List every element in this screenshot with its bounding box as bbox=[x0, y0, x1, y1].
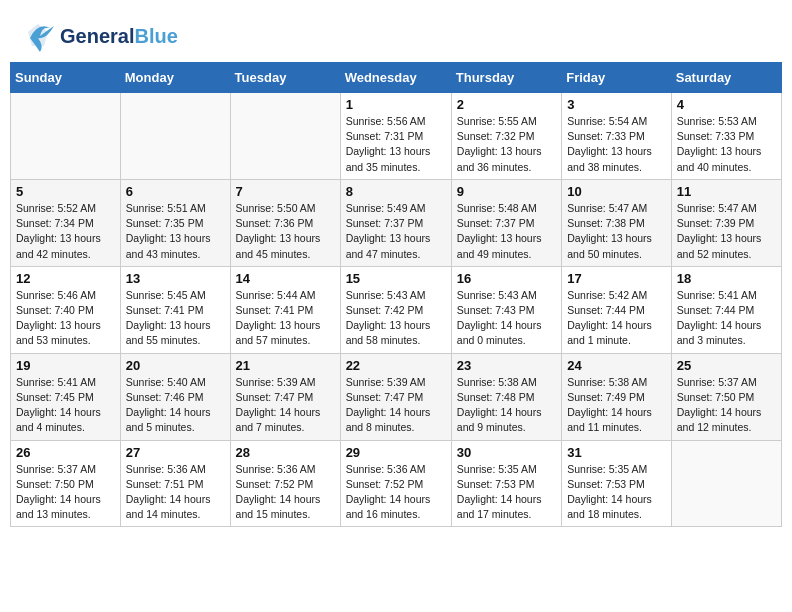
day-cell-28: 28Sunrise: 5:36 AM Sunset: 7:52 PM Dayli… bbox=[230, 440, 340, 527]
day-number: 7 bbox=[236, 184, 335, 199]
day-info: Sunrise: 5:43 AM Sunset: 7:43 PM Dayligh… bbox=[457, 288, 556, 349]
empty-cell bbox=[671, 440, 781, 527]
day-info: Sunrise: 5:39 AM Sunset: 7:47 PM Dayligh… bbox=[236, 375, 335, 436]
day-info: Sunrise: 5:39 AM Sunset: 7:47 PM Dayligh… bbox=[346, 375, 446, 436]
day-number: 15 bbox=[346, 271, 446, 286]
day-info: Sunrise: 5:41 AM Sunset: 7:45 PM Dayligh… bbox=[16, 375, 115, 436]
weekday-header-thursday: Thursday bbox=[451, 63, 561, 93]
week-row-1: 1Sunrise: 5:56 AM Sunset: 7:31 PM Daylig… bbox=[11, 93, 782, 180]
day-cell-6: 6Sunrise: 5:51 AM Sunset: 7:35 PM Daylig… bbox=[120, 179, 230, 266]
day-info: Sunrise: 5:42 AM Sunset: 7:44 PM Dayligh… bbox=[567, 288, 666, 349]
day-cell-5: 5Sunrise: 5:52 AM Sunset: 7:34 PM Daylig… bbox=[11, 179, 121, 266]
weekday-header-row: SundayMondayTuesdayWednesdayThursdayFrid… bbox=[11, 63, 782, 93]
day-cell-24: 24Sunrise: 5:38 AM Sunset: 7:49 PM Dayli… bbox=[562, 353, 672, 440]
day-info: Sunrise: 5:40 AM Sunset: 7:46 PM Dayligh… bbox=[126, 375, 225, 436]
day-number: 4 bbox=[677, 97, 776, 112]
day-cell-7: 7Sunrise: 5:50 AM Sunset: 7:36 PM Daylig… bbox=[230, 179, 340, 266]
weekday-header-tuesday: Tuesday bbox=[230, 63, 340, 93]
day-number: 27 bbox=[126, 445, 225, 460]
day-info: Sunrise: 5:56 AM Sunset: 7:31 PM Dayligh… bbox=[346, 114, 446, 175]
week-row-5: 26Sunrise: 5:37 AM Sunset: 7:50 PM Dayli… bbox=[11, 440, 782, 527]
day-cell-11: 11Sunrise: 5:47 AM Sunset: 7:39 PM Dayli… bbox=[671, 179, 781, 266]
day-number: 2 bbox=[457, 97, 556, 112]
logo-text: GeneralBlue bbox=[60, 26, 178, 46]
day-number: 31 bbox=[567, 445, 666, 460]
day-cell-15: 15Sunrise: 5:43 AM Sunset: 7:42 PM Dayli… bbox=[340, 266, 451, 353]
day-info: Sunrise: 5:53 AM Sunset: 7:33 PM Dayligh… bbox=[677, 114, 776, 175]
day-number: 17 bbox=[567, 271, 666, 286]
day-info: Sunrise: 5:36 AM Sunset: 7:52 PM Dayligh… bbox=[346, 462, 446, 523]
day-number: 12 bbox=[16, 271, 115, 286]
day-info: Sunrise: 5:55 AM Sunset: 7:32 PM Dayligh… bbox=[457, 114, 556, 175]
day-cell-4: 4Sunrise: 5:53 AM Sunset: 7:33 PM Daylig… bbox=[671, 93, 781, 180]
day-cell-17: 17Sunrise: 5:42 AM Sunset: 7:44 PM Dayli… bbox=[562, 266, 672, 353]
day-info: Sunrise: 5:36 AM Sunset: 7:52 PM Dayligh… bbox=[236, 462, 335, 523]
day-info: Sunrise: 5:49 AM Sunset: 7:37 PM Dayligh… bbox=[346, 201, 446, 262]
logo: GeneralBlue bbox=[20, 18, 178, 54]
day-info: Sunrise: 5:47 AM Sunset: 7:38 PM Dayligh… bbox=[567, 201, 666, 262]
empty-cell bbox=[11, 93, 121, 180]
day-number: 30 bbox=[457, 445, 556, 460]
day-info: Sunrise: 5:43 AM Sunset: 7:42 PM Dayligh… bbox=[346, 288, 446, 349]
week-row-2: 5Sunrise: 5:52 AM Sunset: 7:34 PM Daylig… bbox=[11, 179, 782, 266]
day-cell-1: 1Sunrise: 5:56 AM Sunset: 7:31 PM Daylig… bbox=[340, 93, 451, 180]
day-number: 6 bbox=[126, 184, 225, 199]
day-number: 22 bbox=[346, 358, 446, 373]
day-number: 3 bbox=[567, 97, 666, 112]
day-cell-18: 18Sunrise: 5:41 AM Sunset: 7:44 PM Dayli… bbox=[671, 266, 781, 353]
day-number: 21 bbox=[236, 358, 335, 373]
day-cell-14: 14Sunrise: 5:44 AM Sunset: 7:41 PM Dayli… bbox=[230, 266, 340, 353]
day-cell-16: 16Sunrise: 5:43 AM Sunset: 7:43 PM Dayli… bbox=[451, 266, 561, 353]
day-cell-22: 22Sunrise: 5:39 AM Sunset: 7:47 PM Dayli… bbox=[340, 353, 451, 440]
day-cell-30: 30Sunrise: 5:35 AM Sunset: 7:53 PM Dayli… bbox=[451, 440, 561, 527]
day-info: Sunrise: 5:37 AM Sunset: 7:50 PM Dayligh… bbox=[677, 375, 776, 436]
logo-icon bbox=[20, 18, 56, 54]
day-number: 18 bbox=[677, 271, 776, 286]
day-cell-25: 25Sunrise: 5:37 AM Sunset: 7:50 PM Dayli… bbox=[671, 353, 781, 440]
weekday-header-friday: Friday bbox=[562, 63, 672, 93]
day-cell-27: 27Sunrise: 5:36 AM Sunset: 7:51 PM Dayli… bbox=[120, 440, 230, 527]
week-row-3: 12Sunrise: 5:46 AM Sunset: 7:40 PM Dayli… bbox=[11, 266, 782, 353]
day-info: Sunrise: 5:35 AM Sunset: 7:53 PM Dayligh… bbox=[567, 462, 666, 523]
day-info: Sunrise: 5:46 AM Sunset: 7:40 PM Dayligh… bbox=[16, 288, 115, 349]
day-number: 1 bbox=[346, 97, 446, 112]
day-number: 11 bbox=[677, 184, 776, 199]
day-info: Sunrise: 5:54 AM Sunset: 7:33 PM Dayligh… bbox=[567, 114, 666, 175]
weekday-header-sunday: Sunday bbox=[11, 63, 121, 93]
day-number: 14 bbox=[236, 271, 335, 286]
day-info: Sunrise: 5:51 AM Sunset: 7:35 PM Dayligh… bbox=[126, 201, 225, 262]
day-info: Sunrise: 5:50 AM Sunset: 7:36 PM Dayligh… bbox=[236, 201, 335, 262]
day-number: 5 bbox=[16, 184, 115, 199]
day-number: 28 bbox=[236, 445, 335, 460]
day-cell-13: 13Sunrise: 5:45 AM Sunset: 7:41 PM Dayli… bbox=[120, 266, 230, 353]
weekday-header-monday: Monday bbox=[120, 63, 230, 93]
day-number: 24 bbox=[567, 358, 666, 373]
day-info: Sunrise: 5:47 AM Sunset: 7:39 PM Dayligh… bbox=[677, 201, 776, 262]
day-info: Sunrise: 5:35 AM Sunset: 7:53 PM Dayligh… bbox=[457, 462, 556, 523]
day-cell-29: 29Sunrise: 5:36 AM Sunset: 7:52 PM Dayli… bbox=[340, 440, 451, 527]
day-cell-19: 19Sunrise: 5:41 AM Sunset: 7:45 PM Dayli… bbox=[11, 353, 121, 440]
day-cell-20: 20Sunrise: 5:40 AM Sunset: 7:46 PM Dayli… bbox=[120, 353, 230, 440]
day-cell-10: 10Sunrise: 5:47 AM Sunset: 7:38 PM Dayli… bbox=[562, 179, 672, 266]
day-info: Sunrise: 5:36 AM Sunset: 7:51 PM Dayligh… bbox=[126, 462, 225, 523]
day-number: 25 bbox=[677, 358, 776, 373]
day-info: Sunrise: 5:48 AM Sunset: 7:37 PM Dayligh… bbox=[457, 201, 556, 262]
day-info: Sunrise: 5:38 AM Sunset: 7:48 PM Dayligh… bbox=[457, 375, 556, 436]
day-number: 26 bbox=[16, 445, 115, 460]
empty-cell bbox=[230, 93, 340, 180]
day-number: 8 bbox=[346, 184, 446, 199]
week-row-4: 19Sunrise: 5:41 AM Sunset: 7:45 PM Dayli… bbox=[11, 353, 782, 440]
weekday-header-wednesday: Wednesday bbox=[340, 63, 451, 93]
day-number: 23 bbox=[457, 358, 556, 373]
day-number: 10 bbox=[567, 184, 666, 199]
day-cell-12: 12Sunrise: 5:46 AM Sunset: 7:40 PM Dayli… bbox=[11, 266, 121, 353]
calendar-table: SundayMondayTuesdayWednesdayThursdayFrid… bbox=[10, 62, 782, 527]
day-number: 29 bbox=[346, 445, 446, 460]
day-number: 19 bbox=[16, 358, 115, 373]
day-number: 16 bbox=[457, 271, 556, 286]
day-info: Sunrise: 5:52 AM Sunset: 7:34 PM Dayligh… bbox=[16, 201, 115, 262]
empty-cell bbox=[120, 93, 230, 180]
day-number: 13 bbox=[126, 271, 225, 286]
day-cell-21: 21Sunrise: 5:39 AM Sunset: 7:47 PM Dayli… bbox=[230, 353, 340, 440]
day-cell-2: 2Sunrise: 5:55 AM Sunset: 7:32 PM Daylig… bbox=[451, 93, 561, 180]
